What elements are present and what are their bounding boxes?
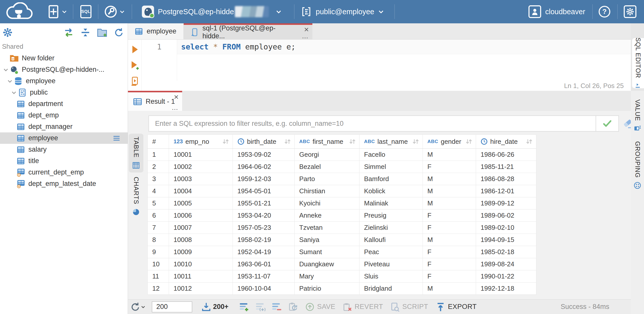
column-header-emp-no[interactable]: 123 emp_no [169,135,233,149]
sql-badge-icon: SQL [80,5,91,18]
tree-item-menu-icon[interactable] [112,134,121,143]
date-type-icon [237,138,244,145]
tab-sql-editor-vertical[interactable]: SQL EDITOR [632,38,644,88]
tree-item-label: public [30,89,48,96]
sort-ic[interactable] [525,138,533,145]
table-row[interactable]: 1100011953-09-02GeorgiFacelloM1986-06-26 [148,149,536,161]
column-header-gender[interactable]: ABC gender [423,135,476,149]
refresh-tree-icon[interactable] [114,28,124,37]
vertical-tab-label: SQL EDITOR [634,38,642,78]
sort-icon[interactable] [412,138,420,145]
table-row[interactable]: 3100031959-12-03PartoBamfordM1986-08-28 [148,173,536,185]
chevron-down-icon[interactable] [10,90,18,96]
tree-item-database-employee[interactable]: employee [0,75,128,87]
tab-value-panel[interactable]: VALUE [634,99,641,132]
export-icon [436,302,445,312]
chevron-down-icon[interactable] [2,67,10,73]
code-area[interactable]: 1 select * FROM employee e; [142,40,631,81]
script-label: SCRIPT [402,303,428,311]
chevron-down-icon[interactable] [6,78,14,84]
tree-item-label: department [28,100,63,108]
table-icon [16,145,25,154]
table-row[interactable]: 4100041954-05-01ChirstianKoblickM1986-12… [148,185,536,197]
sql-editor-mini-icon [635,82,642,89]
sort-icon[interactable] [222,138,230,145]
execute-query-button[interactable] [130,45,140,54]
apply-changes-button[interactable] [288,302,298,312]
add-row-button[interactable] [239,302,249,312]
sql-editor-button[interactable]: SQL [80,5,91,18]
close-icon[interactable]: × [174,93,179,101]
delete-row-button[interactable] [272,302,282,312]
tree-item-view-current-dept-emp[interactable]: current_dept_emp [0,167,128,178]
tab-employee[interactable]: employee [128,23,184,39]
table-row[interactable]: 8100081958-02-19SaniyaKalloufiM1994-09-1… [148,234,536,246]
table-row[interactable]: 6100061953-04-20AnnekePreusigF1989-06-02 [148,210,536,222]
collapse-all-icon[interactable] [81,28,90,37]
tree-item-new-folder[interactable]: New folder [0,53,128,64]
table-row[interactable]: 7100071957-05-23TzvetanZielinskiF1989-02… [148,222,536,234]
sql-statement[interactable]: select * FROM employee e; [177,40,631,54]
save-button[interactable]: SAVE [305,302,335,312]
tab-charts-view[interactable]: CHARTS [129,176,143,217]
table-row[interactable]: 11100111953-11-07MarySluisF1990-01-22 [148,270,536,283]
table-row[interactable]: 12100121960-10-04PatricioBridglandM1992-… [148,283,536,295]
table-row[interactable]: 9100091952-04-19SumantPeacF1985-02-18 [148,246,536,258]
sort-icon[interactable] [465,138,473,145]
refresh-results-button[interactable] [130,302,146,312]
more-icon[interactable]: ... [302,33,308,39]
execute-script-button[interactable] [130,77,139,86]
execute-new-tab-button[interactable] [130,60,140,71]
tab-grouping-panel[interactable]: GROUPING [633,141,641,189]
tree-item-table-title[interactable]: title [0,155,128,167]
tree-item-table-dept-manager[interactable]: dept_manager [0,121,128,132]
revert-button[interactable]: REVERT [343,302,383,312]
column-header-hire-date[interactable]: hire_date [476,135,536,149]
table-row[interactable]: 2100021964-06-02BezalelSimmelF1985-11-21 [148,161,536,173]
driver-tools-button[interactable] [104,5,125,19]
sql-document-icon [190,28,199,37]
script-button[interactable]: SCRIPT [390,302,428,312]
tree-item-table-department[interactable]: department [0,98,128,110]
column-header-birth-date[interactable]: birth_date [233,135,295,149]
sidebar-settings-gear-icon[interactable] [3,28,12,37]
sort-icon[interactable] [349,138,356,145]
filter-input[interactable] [148,115,596,132]
apply-filter-button[interactable] [596,115,619,132]
row-limit-input[interactable] [152,301,192,312]
help-button[interactable]: ? [599,6,610,18]
tab-sql-editor[interactable]: sql-1 (PostgreSQL@ep-hidde... × ... [184,23,312,39]
schema-selector[interactable]: public@employee [301,6,384,17]
fetch-more-button[interactable]: 200+ [201,302,229,312]
duplicate-row-button[interactable] [255,302,266,312]
number-type-icon: 123 [174,138,183,145]
tree-item-table-dept-emp[interactable]: dept_emp [0,110,128,121]
cloudbeaver-app: SQL PostgreSQL@ep-hidde public@employee [0,0,644,314]
tree-item-schema-public[interactable]: public [0,87,128,98]
new-folder-icon[interactable] [97,27,107,38]
sort-icon[interactable] [284,138,291,145]
tree-item-table-employee-selected[interactable]: employee [0,132,128,144]
column-header-last-name[interactable]: ABC last_name [359,135,423,149]
connection-name: PostgreSQL@ep-hidde [158,8,234,16]
tab-result-1[interactable]: Result - 1 × ... [128,91,182,111]
new-connection-button[interactable] [47,5,67,19]
user-menu[interactable]: cloudbeaver [528,5,585,18]
settings-button[interactable] [624,5,636,18]
tree-item-table-salary[interactable]: salary [0,144,128,155]
schema-name: public@employee [316,8,374,16]
table-row[interactable]: 10100101963-06-01DuangkaewPiveteauF1989-… [148,258,536,270]
export-button[interactable]: EXPORT [436,302,477,312]
column-header-first-name[interactable]: ABC first_name [295,135,359,149]
column-header-index[interactable]: # [148,135,169,149]
link-editor-icon[interactable] [63,27,74,38]
navigation-sidebar: Shared New folder PostgreSQL@ep-hidden-.… [0,23,128,314]
tab-table-view[interactable]: TABLE [129,134,143,172]
connection-selector[interactable]: PostgreSQL@ep-hidde [142,5,282,18]
tree-item-view-dept-emp-latest-date[interactable]: dept_emp_latest_date [0,178,128,189]
value-panel-icon [634,125,641,132]
table-row[interactable]: 5100051955-01-21KyoichiMaliniakM1989-09-… [148,197,536,210]
tree-item-connection[interactable]: PostgreSQL@ep-hidden-... [0,64,128,75]
more-icon[interactable]: ... [172,105,178,110]
tree-item-label: current_dept_emp [28,168,84,176]
